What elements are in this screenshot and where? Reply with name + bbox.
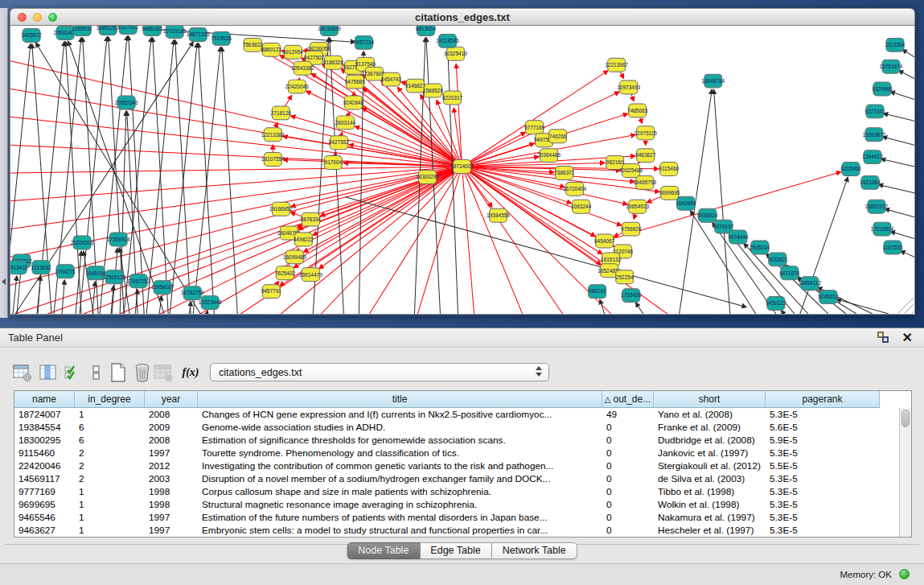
table-cell[interactable]: 5.3E-5 [766, 485, 880, 498]
table-cell[interactable]: 19384554 [14, 421, 75, 434]
table-cell[interactable]: 1997 [145, 524, 198, 537]
create-column-button[interactable] [106, 360, 129, 385]
table-cell[interactable]: 6 [75, 421, 145, 434]
table-cell[interactable]: 9777169 [14, 485, 75, 498]
table-cell[interactable]: 9699695 [14, 498, 75, 511]
table-cell[interactable]: 6 [75, 434, 145, 447]
table-cell[interactable]: 0 [602, 434, 654, 447]
table-cell[interactable]: 5.6E-5 [766, 421, 880, 434]
table-cell[interactable]: 5.3E-5 [766, 472, 880, 485]
table-cell[interactable]: Nakamura et al. (1997) [654, 511, 766, 524]
tab-network-table[interactable]: Network Table [492, 542, 577, 559]
splitpane-divider[interactable] [0, 8, 8, 318]
table-row[interactable]: 969969511998Structural magnetic resonanc… [14, 498, 911, 511]
column-header-title[interactable]: title [198, 391, 602, 408]
table-cell[interactable]: 0 [602, 421, 654, 434]
table-cell[interactable]: 5.3E-5 [766, 408, 880, 421]
table-row[interactable]: 1872400712008Changes of HCN gene express… [14, 408, 911, 421]
function-builder-button[interactable]: f(x) [177, 360, 204, 385]
column-header-out_de[interactable]: △out_de... [602, 391, 654, 408]
table-cell[interactable]: 22420046 [14, 459, 75, 472]
table-cell[interactable]: 0 [602, 459, 654, 472]
table-cell[interactable]: Yano et al. (2008) [654, 408, 766, 421]
table-cell[interactable]: Structural magnetic resonance image aver… [198, 498, 602, 511]
table-row[interactable]: 1830029562008Estimation of significance … [14, 434, 911, 447]
table-cell[interactable]: 9463627 [14, 524, 75, 537]
table-cell[interactable]: 1997 [145, 511, 198, 524]
table-cell[interactable]: 5.3E-5 [766, 524, 880, 537]
table-cell[interactable]: 1 [75, 498, 145, 511]
table-mode-button[interactable] [11, 360, 34, 385]
table-cell[interactable]: Embryonic stem cells: a model to study s… [198, 524, 602, 537]
table-cell[interactable]: 1 [75, 408, 145, 421]
table-selector-dropdown[interactable]: citations_edges.txt [210, 363, 549, 381]
table-cell[interactable]: Wolkin et al. (1998) [654, 498, 766, 511]
table-cell[interactable]: 2009 [145, 421, 198, 434]
table-cell[interactable]: 9465546 [14, 511, 75, 524]
table-cell[interactable]: 18300295 [14, 434, 75, 447]
table-cell[interactable]: Investigating the contribution of common… [198, 459, 602, 472]
table-cell[interactable]: 2003 [145, 472, 198, 485]
table-cell[interactable]: Corpus callosum shape and size in male p… [198, 485, 602, 498]
table-cell[interactable]: 1 [75, 511, 145, 524]
table-row[interactable]: 946362711997Embryonic stem cells: a mode… [14, 524, 911, 537]
scrollbar-thumb[interactable] [901, 410, 910, 427]
table-cell[interactable]: 49 [602, 408, 654, 421]
float-panel-button[interactable] [877, 332, 890, 344]
network-window-titlebar[interactable]: citations_edges.txt [10, 8, 915, 26]
table-cell[interactable]: 0 [602, 472, 654, 485]
table-cell[interactable]: de Silva et al. (2003) [654, 472, 766, 485]
table-cell[interactable]: 5.3E-5 [766, 498, 880, 511]
table-cell[interactable]: Stergiakouli et al. (2012) [654, 459, 766, 472]
table-row[interactable]: 946554611997Estimation of the future num… [14, 511, 911, 524]
column-header-pagerank[interactable]: pagerank [766, 391, 880, 408]
table-cell[interactable]: 1998 [145, 485, 198, 498]
collapse-arrow-icon[interactable] [2, 278, 6, 285]
table-cell[interactable]: Genome-wide association studies in ADHD. [198, 421, 602, 434]
network-graph[interactable]: 1872400775638228860123891295418226058942… [10, 26, 914, 314]
table-cell[interactable]: 2 [75, 472, 145, 485]
table-cell[interactable]: 14569117 [14, 472, 75, 485]
table-cell[interactable]: Hescheler et al. (1997) [654, 524, 766, 537]
table-cell[interactable]: Franke et al. (2009) [654, 421, 766, 434]
show-columns-button[interactable] [37, 360, 60, 385]
delete-columns-button[interactable] [130, 360, 153, 385]
table-row[interactable]: 977716911998Corpus callosum shape and si… [14, 485, 911, 498]
delete-table-button[interactable] [151, 360, 174, 385]
table-cell[interactable]: 5.3E-5 [766, 511, 880, 524]
table-cell[interactable]: Tibbo et al. (1998) [654, 485, 766, 498]
table-cell[interactable]: Jankovic et al. (1997) [654, 447, 766, 459]
tab-edge-table[interactable]: Edge Table [420, 542, 491, 559]
network-canvas[interactable]: 1872400775638228860123891295418226058942… [10, 26, 915, 315]
table-cell[interactable]: 0 [602, 524, 654, 537]
select-all-button[interactable] [61, 360, 84, 385]
close-panel-button[interactable]: ✕ [902, 330, 913, 346]
table-cell[interactable]: 0 [602, 485, 654, 498]
table-cell[interactable]: 5.9E-5 [766, 434, 880, 447]
table-row[interactable]: 1456911722003Disruption of a novel membe… [14, 472, 911, 485]
table-cell[interactable]: 0 [602, 498, 654, 511]
table-cell[interactable]: 0 [602, 447, 654, 459]
table-row[interactable]: 1938455462009Genome-wide association stu… [14, 421, 911, 434]
table-cell[interactable]: Tourette syndrome. Phenomenology and cla… [198, 447, 602, 459]
table-cell[interactable]: 1998 [145, 498, 198, 511]
table-cell[interactable]: 1 [75, 485, 145, 498]
table-cell[interactable]: Disruption of a novel member of a sodium… [198, 472, 602, 485]
table-row[interactable]: 2242004622012Investigating the contribut… [14, 459, 911, 472]
table-cell[interactable]: Estimation of significance thresholds fo… [198, 434, 602, 447]
tab-node-table[interactable]: Node Table [347, 542, 420, 559]
vertical-scrollbar[interactable] [899, 408, 911, 537]
table-cell[interactable]: 2012 [145, 459, 198, 472]
table-row[interactable]: 911546021997Tourette syndrome. Phenomeno… [14, 447, 911, 459]
table-cell[interactable]: Estimation of the future numbers of pati… [198, 511, 602, 524]
table-cell[interactable]: 0 [602, 511, 654, 524]
table-cell[interactable]: 9115460 [14, 447, 75, 459]
table-cell[interactable]: Changes of HCN gene expression and I(f) … [198, 408, 602, 421]
column-header-short[interactable]: short [654, 391, 766, 408]
table-cell[interactable]: 2 [75, 447, 145, 459]
column-header-name[interactable]: name [14, 391, 75, 408]
row-height-button[interactable] [85, 360, 108, 385]
table-cell[interactable]: 2008 [145, 408, 198, 421]
column-header-year[interactable]: year [145, 391, 198, 408]
table-cell[interactable]: 5.5E-5 [766, 459, 880, 472]
